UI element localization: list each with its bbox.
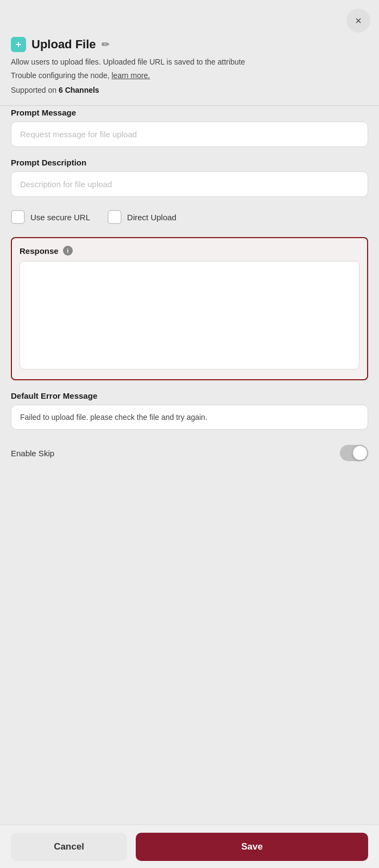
toggle-knob [353, 446, 367, 460]
header-description-line1: Allow users to upload files. Uploaded fi… [11, 56, 368, 68]
checkboxes-row: Use secure URL Direct Upload [11, 208, 368, 226]
header-section: + Upload File ✏ Allow users to upload fi… [0, 37, 379, 103]
bottom-action-bar: Cancel Save [0, 825, 379, 868]
enable-skip-row: Enable Skip [11, 441, 368, 465]
prompt-message-input[interactable] [11, 122, 368, 147]
secure-url-checkbox-item[interactable]: Use secure URL [11, 210, 90, 224]
prompt-message-group: Prompt Message [11, 108, 368, 147]
secure-url-label: Use secure URL [30, 213, 90, 222]
cancel-button[interactable]: Cancel [11, 833, 127, 861]
learn-more-link[interactable]: learn more. [112, 71, 150, 80]
enable-skip-toggle[interactable] [340, 445, 368, 461]
default-error-label: Default Error Message [11, 391, 368, 400]
direct-upload-checkbox[interactable] [108, 210, 122, 224]
enable-skip-label: Enable Skip [11, 449, 54, 458]
supported-channels: Supported on 6 Channels [11, 86, 368, 94]
prompt-message-label: Prompt Message [11, 108, 368, 117]
save-button[interactable]: Save [136, 833, 368, 861]
response-label: Response [20, 246, 59, 256]
close-btn-wrapper: × [0, 0, 379, 37]
prompt-description-group: Prompt Description [11, 158, 368, 197]
secure-url-checkbox[interactable] [11, 210, 25, 224]
response-section: Response i [11, 237, 368, 380]
page-title: Upload File [31, 37, 96, 52]
response-label-row: Response i [20, 246, 359, 256]
page-container: × + Upload File ✏ Allow users to upload … [0, 0, 379, 868]
upload-file-icon: + [11, 37, 26, 52]
form-content: Prompt Message Prompt Description Use se… [0, 108, 379, 465]
default-error-input[interactable] [11, 405, 368, 430]
response-textarea[interactable] [20, 261, 359, 369]
header-description-line2: Trouble configuring the node, learn more… [11, 70, 368, 81]
prompt-description-label: Prompt Description [11, 158, 368, 167]
edit-icon[interactable]: ✏ [102, 39, 110, 50]
prompt-description-input[interactable] [11, 171, 368, 197]
header-divider [0, 105, 379, 106]
header-title-row: + Upload File ✏ [11, 37, 368, 52]
default-error-section: Default Error Message [11, 391, 368, 430]
direct-upload-checkbox-item[interactable]: Direct Upload [108, 210, 176, 224]
direct-upload-label: Direct Upload [127, 213, 176, 222]
response-info-icon[interactable]: i [63, 246, 73, 256]
close-button[interactable]: × [346, 9, 370, 33]
